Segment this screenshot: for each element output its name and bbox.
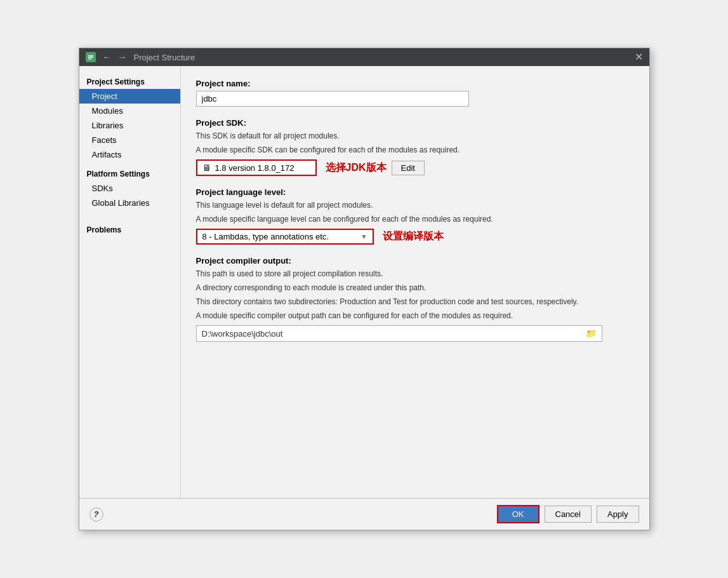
- compiler-desc2: A directory corresponding to each module…: [196, 282, 634, 293]
- lang-dropdown-icon: ▼: [361, 233, 367, 240]
- lang-row: 8 - Lambdas, type annotations etc. ▼ 设置编…: [196, 229, 634, 245]
- bottom-right: OK Cancel Apply: [497, 505, 639, 523]
- sidebar-item-sdks[interactable]: SDKs: [79, 181, 180, 196]
- back-button[interactable]: ←: [101, 52, 114, 62]
- help-button[interactable]: ?: [89, 507, 103, 521]
- sidebar-item-facets[interactable]: Facets: [79, 133, 180, 147]
- sdk-row: 🖥 1.8 version 1.8.0_172 选择JDK版本 Edit: [196, 159, 634, 176]
- compiler-desc1: This path is used to store all project c…: [196, 268, 634, 279]
- sidebar-item-libraries[interactable]: Libraries: [79, 118, 180, 133]
- compiler-desc3: This directory contains two subdirectori…: [196, 296, 634, 307]
- sidebar-item-modules[interactable]: Modules: [79, 104, 180, 118]
- apply-button[interactable]: Apply: [597, 506, 639, 523]
- folder-icon[interactable]: 📁: [586, 328, 597, 339]
- svg-rect-1: [88, 55, 93, 57]
- title-bar: ← → Project Structure ✕: [79, 48, 649, 66]
- ok-button[interactable]: OK: [497, 505, 539, 523]
- project-lang-group: Project language level: This language le…: [196, 187, 634, 245]
- project-settings-label: Project Settings: [79, 72, 180, 89]
- app-icon: [86, 52, 96, 62]
- forward-button[interactable]: →: [116, 52, 129, 62]
- sdk-annotation: 选择JDK版本: [326, 161, 387, 175]
- cancel-button[interactable]: Cancel: [545, 506, 592, 523]
- project-lang-desc1: This language level is default for all p…: [196, 199, 634, 211]
- project-name-input[interactable]: [196, 91, 469, 107]
- main-content: Project name: Project SDK: This SDK is d…: [181, 66, 649, 498]
- lang-value: 8 - Lambdas, type annotations etc.: [202, 232, 356, 241]
- title-bar-left: ← → Project Structure: [86, 52, 195, 62]
- svg-rect-3: [88, 58, 91, 60]
- project-name-label: Project name:: [196, 79, 634, 88]
- output-path-text: D:\workspace\jdbc\out: [202, 329, 583, 339]
- project-lang-label: Project language level:: [196, 187, 634, 197]
- problems-label: Problems: [79, 218, 180, 237]
- sdk-value: 1.8 version 1.8.0_172: [215, 163, 295, 173]
- lang-annotation: 设置编译版本: [383, 230, 444, 243]
- sidebar: Project Settings Project Modules Librari…: [79, 66, 181, 498]
- bottom-left: ?: [89, 507, 103, 521]
- lang-selector[interactable]: 8 - Lambdas, type annotations etc. ▼: [196, 229, 374, 245]
- sidebar-item-global-libraries[interactable]: Global Libraries: [79, 196, 180, 210]
- dialog-body: Project Settings Project Modules Librari…: [79, 66, 649, 498]
- project-sdk-desc2: A module specific SDK can be configured …: [196, 144, 634, 156]
- bottom-bar: ? OK Cancel Apply: [79, 498, 649, 530]
- project-lang-desc2: A module specific language level can be …: [196, 213, 634, 225]
- title-nav: ← →: [101, 52, 129, 62]
- output-path-row: D:\workspace\jdbc\out 📁: [196, 325, 602, 342]
- compiler-output-label: Project compiler output:: [196, 256, 634, 265]
- close-button[interactable]: ✕: [635, 52, 643, 62]
- sidebar-item-artifacts[interactable]: Artifacts: [79, 147, 180, 162]
- dialog-title: Project Structure: [134, 53, 195, 62]
- project-sdk-desc1: This SDK is default for all project modu…: [196, 130, 634, 142]
- project-sdk-label: Project SDK:: [196, 118, 634, 128]
- sdk-icon: 🖥: [202, 163, 211, 173]
- edit-button[interactable]: Edit: [392, 161, 425, 175]
- project-name-group: Project name:: [196, 79, 634, 107]
- svg-rect-2: [88, 57, 93, 58]
- sidebar-item-project[interactable]: Project: [79, 89, 180, 104]
- compiler-output-group: Project compiler output: This path is us…: [196, 256, 634, 342]
- project-structure-dialog: ← → Project Structure ✕ Project Settings…: [79, 48, 650, 530]
- project-sdk-group: Project SDK: This SDK is default for all…: [196, 118, 634, 176]
- sdk-selector[interactable]: 🖥 1.8 version 1.8.0_172: [196, 159, 317, 176]
- platform-settings-label: Platform Settings: [79, 162, 180, 181]
- compiler-desc4: A module specific compiler output path c…: [196, 310, 634, 321]
